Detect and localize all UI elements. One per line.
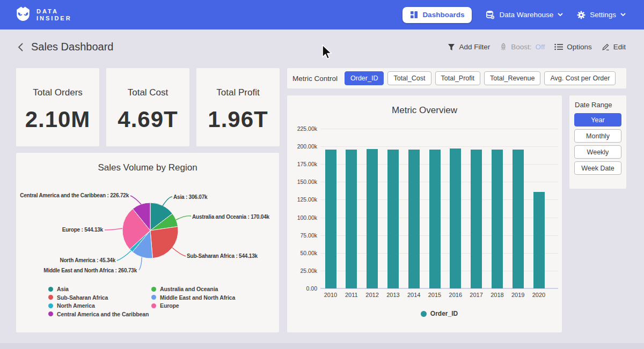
pie-legend-item-north-america[interactable]: North America	[48, 302, 95, 309]
date-range-panel: Date Range YearMonthlyWeeklyWeek Date	[569, 95, 626, 189]
pie-legend-item-central-america-and-the-caribbean[interactable]: Central America and the Caribbean	[48, 311, 149, 317]
x-axis-tick-2017: 2017	[465, 292, 488, 298]
back-button[interactable]	[14, 41, 27, 54]
bar-2013[interactable]	[387, 150, 399, 288]
date-range-label: Date Range	[575, 101, 621, 109]
boost-toggle[interactable]: Boost: Off	[500, 43, 545, 51]
brand-logo[interactable]: DATA INSIDER	[15, 5, 72, 25]
pie-label-middle-east-north-africa: Middle East and North Africa : 260.73k	[43, 268, 137, 273]
options-label: Options	[567, 43, 592, 51]
x-axis-tick-2010: 2010	[319, 292, 342, 298]
bar-2017[interactable]	[471, 150, 482, 288]
sales-volume-pie-card: Sales Volume by Region Asia : 306.07k Au…	[16, 153, 279, 332]
legend-label: Europe	[160, 302, 179, 309]
pie-slice-sub-saharan-africa[interactable]	[150, 227, 178, 258]
y-axis-tick: 125.00k	[288, 196, 317, 203]
legend-dot	[48, 303, 53, 308]
dashboards-grid-icon	[410, 11, 418, 19]
legend-label: North America	[57, 302, 95, 309]
pie-leader-line	[172, 248, 186, 256]
bar-2014[interactable]	[408, 150, 420, 288]
kpi-card-total-cost: Total Cost 4.69T	[106, 68, 189, 146]
pie-leader-line	[163, 197, 172, 206]
metric-button-total-profit[interactable]: Total_Profit	[435, 71, 481, 85]
top-nav-bar: DATA INSIDER Dashboards	[0, 0, 644, 29]
brand-line2: INSIDER	[36, 15, 72, 22]
chevron-down-icon	[558, 13, 563, 17]
page-title: Sales Dashboard	[31, 41, 113, 53]
x-axis-tick-2011: 2011	[340, 292, 363, 298]
metric-overview-chart-card: Metric Overview 0.0025.00k50.00k75.00k10…	[287, 95, 562, 332]
bar-2016[interactable]	[450, 148, 461, 288]
y-axis-tick: 150.00k	[288, 179, 317, 185]
bar-chart-title: Metric Overview	[287, 105, 562, 116]
y-axis-tick: 75.00k	[288, 232, 317, 239]
y-axis-tick: 200.00k	[288, 143, 317, 150]
pie-label-europe: Europe : 544.13k	[62, 227, 103, 233]
bar-2019[interactable]	[513, 150, 524, 288]
add-filter-button[interactable]: Add Filter	[448, 43, 490, 51]
legend-dot	[48, 295, 53, 300]
pencil-icon	[602, 43, 610, 51]
legend-label: Sub-Saharan Africa	[57, 294, 108, 301]
x-axis-tick-2014: 2014	[402, 292, 426, 298]
pie-legend-item-europe[interactable]: Europe	[151, 302, 179, 309]
date-range-option-week-date[interactable]: Week Date	[574, 161, 621, 175]
x-axis-tick-2019: 2019	[506, 292, 530, 298]
legend-label: Middle East and North Africa	[160, 294, 235, 301]
bar-2012[interactable]	[367, 149, 378, 288]
pie-leader-line	[117, 251, 131, 261]
kpi-card-total-orders: Total Orders 2.10M	[16, 68, 99, 146]
x-axis-tick-2012: 2012	[361, 292, 384, 298]
settings-menu[interactable]: Settings	[577, 11, 626, 19]
pie-legend-item-australia-and-oceania[interactable]: Australia and Oceania	[151, 286, 218, 292]
metric-control-bar: Metric Control Order_IDTotal_CostTotal_P…	[287, 68, 626, 88]
metric-button-avg-cost-per-order[interactable]: Avg. Cost per Order	[544, 71, 616, 85]
pie-leader-line	[105, 228, 122, 230]
x-axis-tick-2015: 2015	[423, 292, 447, 298]
brand-line1: DATA	[36, 8, 72, 15]
pie-legend-item-sub-saharan-africa[interactable]: Sub-Saharan Africa	[48, 294, 108, 301]
y-axis-tick: 0.00	[288, 285, 317, 292]
rocket-icon	[500, 43, 507, 51]
x-axis-tick-2018: 2018	[485, 292, 509, 298]
gridline	[320, 146, 558, 147]
options-button[interactable]: Options	[554, 43, 592, 51]
dashboards-button[interactable]: Dashboards	[402, 7, 472, 23]
pie-legend-item-middle-east-and-north-africa[interactable]: Middle East and North Africa	[151, 294, 235, 301]
date-range-option-year[interactable]: Year	[574, 113, 621, 127]
date-range-option-weekly[interactable]: Weekly	[574, 145, 621, 159]
bar-2018[interactable]	[492, 150, 503, 288]
pie-leader-line	[176, 216, 191, 220]
data-warehouse-menu[interactable]: Data Warehouse	[486, 10, 563, 19]
kpi-label: Total Orders	[33, 87, 83, 98]
bar-chart-plot-area: 0.0025.00k50.00k75.00k100.00k125.00k150.…	[320, 129, 558, 288]
gear-icon	[577, 11, 586, 19]
kpi-card-total-profit: Total Profit 1.96T	[196, 68, 280, 146]
x-axis-tick-2020: 2020	[527, 292, 551, 298]
pie-label-sub-saharan-africa: Sub-Saharan Africa : 544.13k	[187, 253, 258, 259]
bar-legend-item-order_id[interactable]: Order_ID	[421, 310, 458, 317]
pie-leader-line	[130, 196, 141, 204]
pie-leader-line	[139, 257, 142, 270]
bar-2015[interactable]	[429, 150, 441, 288]
bar-2011[interactable]	[346, 150, 357, 288]
date-range-option-monthly[interactable]: Monthly	[574, 129, 621, 143]
x-axis-tick-2016: 2016	[444, 292, 467, 298]
metric-button-total-cost[interactable]: Total_Cost	[387, 71, 431, 85]
owl-logo-icon	[15, 5, 31, 25]
pie-label-central-america-caribbean: Central America and the Caribbean : 226.…	[20, 192, 129, 198]
metric-button-total-revenue[interactable]: Total_Revenue	[484, 71, 540, 85]
footer-strip	[0, 343, 644, 349]
bar-2010[interactable]	[325, 150, 336, 288]
legend-label: Central America and the Caribbean	[57, 311, 149, 317]
filter-funnel-icon	[448, 43, 455, 51]
metric-button-order-id[interactable]: Order_ID	[345, 71, 384, 85]
pie-legend-item-asia[interactable]: Asia	[48, 286, 69, 292]
edit-button[interactable]: Edit	[602, 43, 626, 51]
settings-label: Settings	[590, 11, 616, 19]
legend-dot	[48, 311, 53, 316]
bar-2020[interactable]	[533, 192, 545, 288]
options-list-icon	[554, 43, 563, 50]
legend-label: Australia and Oceania	[160, 286, 218, 292]
